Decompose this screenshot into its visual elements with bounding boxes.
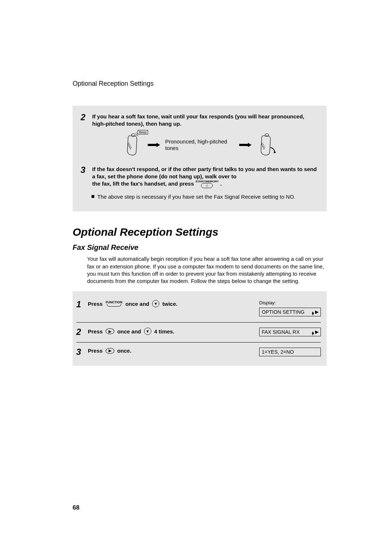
once-and-label: once and xyxy=(117,328,141,335)
right-arrow-key-icon: ▶ xyxy=(106,348,114,354)
svg-point-3 xyxy=(265,134,269,137)
period: . xyxy=(220,181,222,187)
tone-diagram: Beep Pronounced, high-pitched tones xyxy=(81,132,319,158)
procedure-box: 1 Press FUNCTION once and ▼ twice. Displ… xyxy=(73,291,327,366)
down-arrow-key-icon: ▼ xyxy=(144,328,151,335)
hand-hanging-up-icon xyxy=(257,132,276,158)
beep-label: Beep xyxy=(138,130,148,134)
once-label: once. xyxy=(117,348,131,354)
lcd-text: 1=YES, 2=NO xyxy=(262,349,294,355)
press-label: Press xyxy=(88,348,103,354)
svg-marker-1 xyxy=(148,143,160,147)
page-number: 68 xyxy=(73,504,79,511)
procedure-step-3: 3 Press ▶ once. 1=YES, 2=NO xyxy=(76,343,321,362)
display-label: Display: xyxy=(259,300,321,305)
running-head: Optional Reception Settings xyxy=(73,80,327,88)
right-arrow-key-icon: ▶ xyxy=(106,328,114,334)
start-memory-label: START/MEMORY xyxy=(195,180,219,183)
step-number: 1 xyxy=(76,300,84,309)
lcd-nav-icon: ▲▼▶ xyxy=(311,309,318,315)
arrow-right-icon xyxy=(148,143,160,147)
procedure-step-1: 1 Press FUNCTION once and ▼ twice. Displ… xyxy=(76,295,321,323)
four-times-label: 4 times. xyxy=(154,328,175,335)
intro-paragraph: Your fax will automatically begin recept… xyxy=(87,255,327,285)
svg-marker-2 xyxy=(239,143,252,147)
step-3-line-a: If the fax doesn't respond, or if the ot… xyxy=(92,166,317,179)
start-memory-key-icon: START/MEMORY ◇ xyxy=(195,180,219,188)
step-3-text: If the fax doesn't respond, or if the ot… xyxy=(92,166,319,189)
twice-label: twice. xyxy=(162,301,177,307)
function-key-icon: FUNCTION xyxy=(106,301,123,307)
step-3: 3 If the fax doesn't respond, or if the … xyxy=(81,166,319,189)
lcd-text: OPTION SETTING xyxy=(262,309,305,315)
lcd-display: OPTION SETTING ▲▼▶ xyxy=(259,308,321,316)
step-3-note: The above step is necessary if you have … xyxy=(91,193,319,200)
section-title: Optional Reception Settings xyxy=(73,226,327,238)
step-number: 2 xyxy=(76,328,84,336)
lcd-display: FAX SIGNAL RX ▲▼▶ xyxy=(259,328,321,336)
step-2: 2 If you hear a soft fax tone, wait unti… xyxy=(81,113,319,128)
subsection-title: Fax Signal Receive xyxy=(73,243,327,252)
function-key-label: FUNCTION xyxy=(106,301,123,304)
note-text: The above step is necessary if you have … xyxy=(97,193,295,200)
once-and-label: once and xyxy=(125,301,149,307)
press-label: Press xyxy=(88,301,103,307)
step-3-line-b: the fax, lift the fax's handset, and pre… xyxy=(92,181,194,187)
arrow-right-icon xyxy=(239,143,252,147)
step-number: 3 xyxy=(76,348,84,356)
manual-page: Optional Reception Settings 2 If you hea… xyxy=(0,0,392,388)
down-arrow-key-icon: ▼ xyxy=(152,300,159,307)
step-2-text: If you hear a soft fax tone, wait until … xyxy=(92,113,319,128)
steps-box: 2 If you hear a soft fax tone, wait unti… xyxy=(73,106,327,211)
step-number: 3 xyxy=(81,166,89,174)
tone-caption: Pronounced, high-pitched tones xyxy=(165,138,234,151)
hand-holding-phone-icon: Beep xyxy=(123,132,143,158)
lcd-text: FAX SIGNAL RX xyxy=(262,329,300,335)
press-label: Press xyxy=(88,328,103,335)
procedure-step-2: 2 Press ▶ once and ▼ 4 times. FAX SIGNAL… xyxy=(76,323,321,343)
lcd-display: 1=YES, 2=NO xyxy=(259,348,321,356)
svg-point-0 xyxy=(131,134,135,137)
lcd-nav-icon: ▲▼▶ xyxy=(311,329,318,335)
bullet-icon xyxy=(91,195,94,198)
step-number: 2 xyxy=(81,113,89,122)
